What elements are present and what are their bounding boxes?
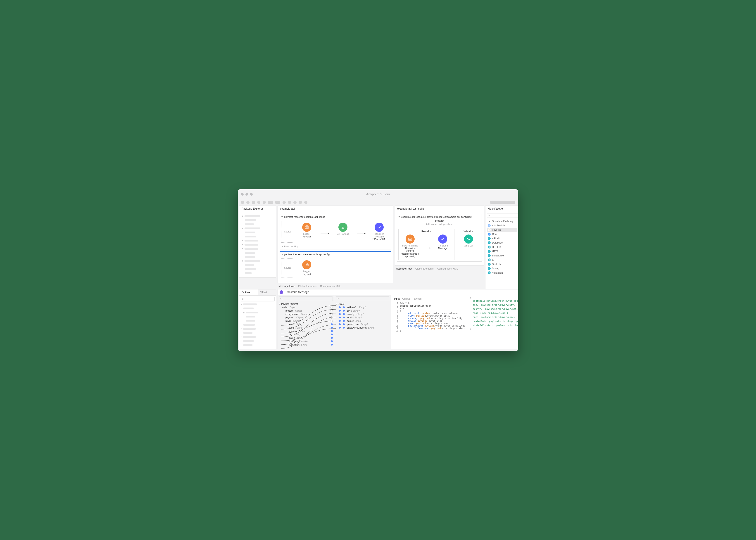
- tree-item[interactable]: [242, 227, 274, 230]
- toolbar-button[interactable]: [293, 201, 297, 204]
- code-tab-payload[interactable]: Payload: [413, 297, 422, 300]
- tree-item[interactable]: [241, 336, 275, 338]
- palette-item[interactable]: FFlow Reference (Core): [518, 243, 518, 250]
- transform-input-tree[interactable]: ▾Payload : Object order : Objectproduct …: [278, 295, 334, 349]
- tab-munit[interactable]: MUnit: [258, 289, 276, 295]
- tree-item[interactable]: [242, 272, 274, 275]
- tree-item[interactable]: [242, 263, 274, 267]
- toolbar-button[interactable]: [304, 201, 307, 204]
- tree-item[interactable]: [242, 259, 274, 263]
- palette-item[interactable]: CDatabase: [487, 241, 517, 245]
- node-logger[interactable]: Logger Payload: [297, 223, 317, 238]
- palette-item[interactable]: RRequest (HTTP): [518, 228, 518, 232]
- tab-global-elements[interactable]: Global Elements: [298, 285, 317, 287]
- tree-item[interactable]: [242, 255, 274, 258]
- tree-item[interactable]: [242, 247, 274, 250]
- transform-code-editor[interactable]: Input Output Payload 1%dw 2.02output app…: [391, 295, 468, 349]
- toolbar-button[interactable]: [275, 201, 280, 204]
- palette-item[interactable]: +Add Module: [487, 223, 517, 228]
- tree-item[interactable]: [241, 307, 275, 310]
- execution-box[interactable]: Execution Flow Reference Flow-ref to get…: [398, 229, 454, 260]
- tab-configuration-xml[interactable]: Configuration XML: [437, 267, 458, 270]
- transform-tree-item[interactable]: address1 : String?: [336, 306, 389, 309]
- palette-item[interactable]: CHTTP: [487, 249, 517, 253]
- palette-item[interactable]: ▾Core: [487, 232, 517, 236]
- flow-source-slot[interactable]: Source: [281, 258, 294, 277]
- code-tab-output[interactable]: Output: [402, 297, 410, 300]
- collapse-icon[interactable]: [281, 254, 283, 255]
- node-verify-call[interactable]: Verify call: [459, 234, 478, 247]
- error-handling-section[interactable]: Error handling: [280, 244, 391, 249]
- tree-item[interactable]: [241, 331, 275, 335]
- transform-output-search[interactable]: [336, 297, 389, 301]
- toolbar-button[interactable]: [282, 201, 286, 204]
- collapse-icon[interactable]: [281, 216, 283, 217]
- transform-tree-item[interactable]: item_amount : Number: [279, 313, 333, 316]
- editor-canvas-api[interactable]: get:\test-resource:example-api-config So…: [278, 212, 393, 283]
- transform-tree-item[interactable]: name : String: [279, 326, 333, 330]
- tree-item[interactable]: [241, 339, 275, 342]
- tree-item[interactable]: [241, 303, 275, 306]
- editor-tab-test-suite[interactable]: example-api-test-suite: [395, 205, 484, 212]
- transform-tree-item[interactable]: name : String?: [336, 319, 389, 323]
- palette-item[interactable]: CSockets: [487, 262, 517, 266]
- transform-tree-item[interactable]: city : String?: [336, 309, 389, 313]
- palette-item[interactable]: CChoice (Core): [518, 250, 518, 254]
- editor-canvas-test[interactable]: example-api-test-suite-get:\test-resourc…: [395, 212, 484, 265]
- palette-item[interactable]: CSFTP: [487, 258, 517, 262]
- palette-item[interactable]: CValidation: [487, 271, 517, 275]
- tab-configuration-xml[interactable]: Configuration XML: [320, 285, 341, 287]
- palette-item[interactable]: LLogger (Core): [518, 219, 518, 223]
- transform-tree-item[interactable]: payment : Object: [279, 316, 333, 319]
- transform-tree-item[interactable]: nationality : String: [279, 343, 333, 346]
- tree-item[interactable]: [242, 223, 274, 226]
- tree-item[interactable]: [242, 268, 274, 271]
- toolbar-button[interactable]: [263, 201, 266, 204]
- tree-item[interactable]: [242, 235, 274, 238]
- transform-tree-item[interactable]: email : String?: [336, 316, 389, 319]
- tab-message-flow[interactable]: Message Flow: [396, 267, 412, 270]
- tree-item[interactable]: [241, 319, 275, 322]
- tree-item[interactable]: [241, 323, 275, 326]
- palette-item[interactable]: ∞Search in Exchange: [487, 219, 517, 223]
- toolbar-button[interactable]: [241, 201, 244, 204]
- tab-message-flow[interactable]: Message Flow: [278, 285, 295, 287]
- palette-item[interactable]: CSalesforce: [487, 253, 517, 258]
- palette-item[interactable]: CAPI Kit: [487, 236, 517, 241]
- transform-tree-item[interactable]: email : String: [279, 323, 333, 326]
- node-transform-message[interactable]: Transform Message JSON to XML: [370, 223, 389, 241]
- node-transform-message[interactable]: Transform Message: [433, 234, 452, 250]
- package-explorer-tree[interactable]: [239, 212, 276, 278]
- transform-input-search[interactable]: [279, 297, 333, 301]
- toolbar-button[interactable]: [252, 201, 255, 204]
- toolbar-button[interactable]: [299, 201, 302, 204]
- palette-item[interactable]: SSet Payload (Core): [518, 239, 518, 243]
- tab-global-elements[interactable]: Global Elements: [415, 267, 434, 270]
- editor-tab-example-api[interactable]: example-api: [278, 205, 393, 212]
- node-flow-reference[interactable]: Flow Reference Flow-ref to get:\test-res…: [400, 234, 420, 258]
- tree-item[interactable]: [242, 214, 274, 218]
- code-tab-input[interactable]: Input: [394, 297, 399, 300]
- palette-item[interactable]: ★Favorite: [487, 228, 517, 232]
- transform-tree-item[interactable]: postCode : Number: [279, 339, 333, 343]
- toolbar-button[interactable]: [268, 201, 273, 204]
- toolbar-button[interactable]: [257, 201, 260, 204]
- outline-view[interactable]: [239, 296, 276, 349]
- node-set-payload[interactable]: Set Payload: [333, 223, 353, 235]
- toolbar-button[interactable]: [288, 201, 291, 204]
- tree-item[interactable]: [241, 343, 275, 347]
- tree-item[interactable]: [242, 219, 274, 222]
- validation-box[interactable]: Validation Verify call: [457, 229, 480, 260]
- transform-tree-item[interactable]: postal code : String?: [336, 323, 389, 326]
- transform-output-tree[interactable]: ▾Object address1 : String?city : String?…: [334, 295, 391, 349]
- tree-item[interactable]: [241, 327, 275, 331]
- tree-item[interactable]: [242, 231, 274, 234]
- transform-tree-item[interactable]: order : Object: [279, 306, 333, 309]
- palette-item[interactable]: CHL7 EDI: [487, 245, 517, 249]
- tree-item[interactable]: [241, 315, 275, 318]
- collapse-icon[interactable]: [398, 216, 400, 217]
- node-logger[interactable]: Logger Payload: [297, 260, 317, 276]
- transform-tree-item[interactable]: state : String: [279, 336, 333, 339]
- tree-item[interactable]: [242, 251, 274, 254]
- toolbar-field[interactable]: [490, 201, 515, 204]
